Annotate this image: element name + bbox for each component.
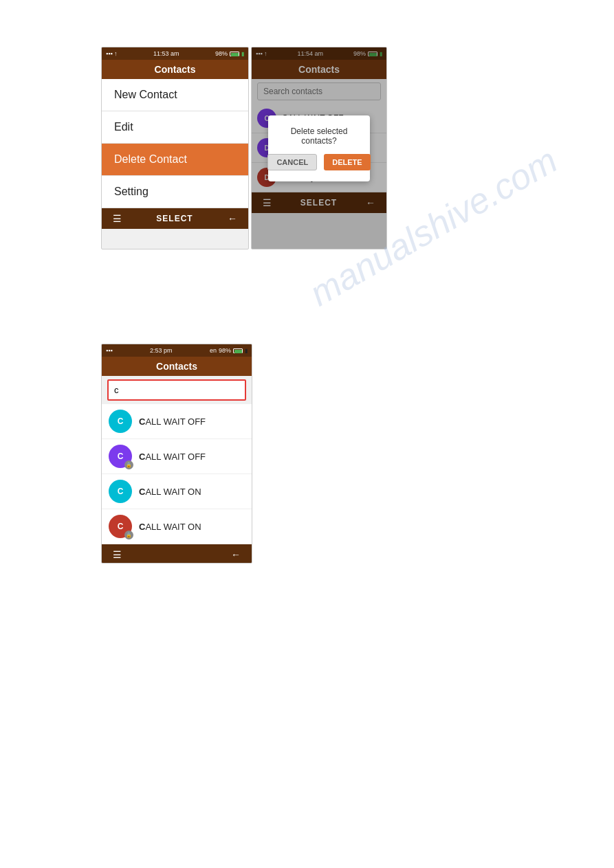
screen3-status-left: ▪▪▪ [106, 347, 113, 354]
screen3-hamburger-icon[interactable]: ☰ [113, 549, 122, 560]
screen3-back-icon[interactable]: ← [231, 549, 241, 560]
screen3-search-input[interactable] [109, 381, 245, 399]
screen1-header: Contacts [102, 60, 248, 79]
screen1-back-icon[interactable]: ← [228, 213, 237, 224]
screen3-status-bar: ▪▪▪ 2:53 pm en 98% ▮ [102, 344, 252, 357]
menu-edit[interactable]: Edit [102, 111, 248, 144]
delete-button[interactable]: DELETE [324, 154, 370, 170]
menu-setting[interactable]: Setting [102, 176, 248, 208]
avatar-cwo-1: C [109, 410, 132, 433]
screen1-right-icons: 98% ▮ [215, 50, 244, 57]
screen3-battery-pct: 98% [219, 347, 231, 354]
list-item: C CALL WAIT ON [102, 474, 252, 509]
screen3-battery-bar [233, 348, 243, 353]
list-item: C 🔒 CALL WAIT ON [102, 509, 252, 544]
screen3-battery-color: ▮ [245, 348, 248, 354]
screen2-contacts-delete: ▪▪▪ ↑ 11:54 am 98% ▮ Contacts C CALL WAI… [251, 47, 387, 249]
screen3-contacts-search: ▪▪▪ 2:53 pm en 98% ▮ Contacts C CALL WAI… [101, 344, 252, 564]
screen3-lang: en [210, 347, 217, 354]
avatar-cwon-2: C 🔒 [109, 515, 132, 538]
dialog-title: Delete selected contacts? [279, 126, 359, 146]
page-wrapper: manualshive.com ▪▪▪ ↑ 11:53 am 98% ▮ Con… [0, 0, 614, 868]
menu-delete-contact[interactable]: Delete Contact [102, 144, 248, 176]
screen3-battery-fill [234, 350, 242, 353]
screen3-time: 2:53 pm [150, 347, 173, 354]
contact-name-cwon-1: CALL WAIT ON [139, 487, 201, 497]
screen1-battery-bar [230, 52, 239, 56]
screen1-status-left-icons: ▪▪▪ ↑ [106, 50, 118, 57]
avatar-lock-badge-2: 🔒 [124, 531, 133, 539]
screen1-time: 11:53 am [153, 50, 179, 57]
screen1-select-label[interactable]: SELECT [156, 214, 193, 223]
screen3-search-outline [107, 379, 246, 401]
screen3-header: Contacts [102, 357, 252, 376]
contact-name-cwon-2: CALL WAIT ON [139, 522, 201, 532]
list-item: C 🔒 CALL WAIT OFF [102, 439, 252, 474]
screen1-battery-fill [231, 53, 239, 56]
screen1-hamburger-icon[interactable]: ☰ [113, 213, 122, 224]
cancel-button[interactable]: CANCEL [267, 154, 317, 170]
menu-new-contact[interactable]: New Contact [102, 79, 248, 111]
screen1-menu-list: New Contact Edit Delete Contact Setting [102, 79, 248, 208]
contact-name-cwo-1: CALL WAIT OFF [139, 416, 206, 427]
screen3-contact-list: C CALL WAIT OFF C 🔒 CALL WAIT OFF C CALL… [102, 404, 252, 544]
avatar-lock-badge: 🔒 [124, 460, 133, 469]
avatar-cwo-2: C 🔒 [109, 445, 132, 468]
screen1-bottom-bar: ☰ SELECT ← [102, 208, 248, 229]
avatar-cwon-1: C [109, 480, 132, 503]
delete-dialog-overlay: Delete selected contacts? CANCEL DELETE [252, 47, 386, 249]
screen1-contacts-menu: ▪▪▪ ↑ 11:53 am 98% ▮ Contacts New Contac… [101, 47, 249, 249]
screen3-bottom-bar: ☰ ← [102, 544, 252, 564]
list-item: C CALL WAIT OFF [102, 404, 252, 439]
screen3-right-icons: en 98% ▮ [210, 347, 248, 354]
screen1-battery-green: ▮ [241, 51, 244, 57]
screen1-status-bar: ▪▪▪ ↑ 11:53 am 98% ▮ [102, 47, 248, 60]
dialog-buttons: CANCEL DELETE [279, 154, 359, 170]
screen1-battery-pct: 98% [215, 50, 228, 57]
contact-name-cwo-2: CALL WAIT OFF [139, 452, 206, 462]
delete-dialog: Delete selected contacts? CANCEL DELETE [268, 115, 370, 181]
